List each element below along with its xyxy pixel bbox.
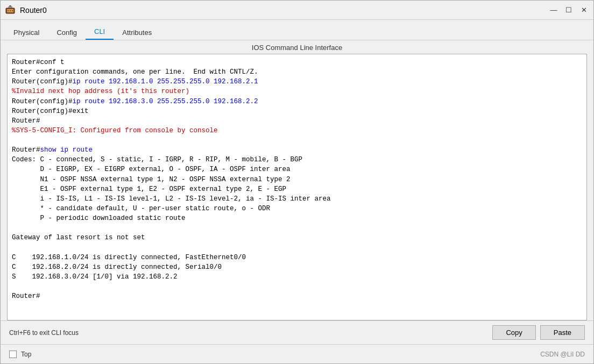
paste-button[interactable]: Paste	[540, 325, 585, 340]
cli-line: Router#	[12, 117, 40, 125]
cli-area: Router#conf t Enter configuration comman…	[7, 54, 587, 320]
tabs-bar: PhysicalConfigCLIAttributes	[1, 20, 593, 40]
svg-point-3	[10, 10, 11, 11]
top-label: Top	[21, 351, 31, 358]
watermark: CSDN @LiI DD	[540, 351, 585, 358]
titlebar: Router0 — ☐ ✕	[1, 1, 593, 20]
cli-line: Router(config)#ip route 192.168.1.0 255.…	[12, 78, 258, 85]
cli-line: S 192.168.3.0/24 [1/0] via 192.168.2.2	[12, 273, 178, 281]
cli-line: Codes: C - connected, S - static, I - IG…	[12, 156, 302, 163]
cli-line: Router#	[12, 292, 40, 300]
section-title: IOS Command Line Interface	[1, 40, 593, 54]
tab-attributes[interactable]: Attributes	[114, 25, 160, 40]
cli-line: D - EIGRP, EX - EIGRP external, O - OSPF…	[12, 166, 291, 173]
cli-line: C 192.168.1.0/24 is directly connected, …	[12, 254, 246, 261]
svg-rect-6	[9, 5, 11, 6]
svg-point-2	[8, 10, 9, 11]
cli-line: Router(config)#exit	[12, 108, 89, 115]
bottom-bar: Ctrl+F6 to exit CLI focus Copy Paste	[1, 320, 593, 344]
cli-line: %Invalid next hop address (it's this rou…	[12, 88, 189, 95]
cli-line: Enter configuration commands, one per li…	[12, 68, 258, 76]
tab-config[interactable]: Config	[48, 25, 86, 40]
cli-line: Router#conf t	[12, 59, 65, 66]
restore-button[interactable]: ☐	[563, 5, 574, 16]
footer-left: Top	[9, 351, 31, 358]
cli-line: P - periodic downloaded static route	[12, 215, 186, 222]
tab-physical[interactable]: Physical	[5, 25, 48, 40]
close-button[interactable]: ✕	[578, 5, 589, 16]
cli-line: Router(config)#ip route 192.168.3.0 255.…	[12, 98, 258, 105]
svg-rect-5	[8, 6, 12, 8]
cli-line: i - IS-IS, L1 - IS-IS level-1, L2 - IS-I…	[12, 195, 331, 203]
cli-line: E1 - OSPF external type 1, E2 - OSPF ext…	[12, 185, 286, 193]
cli-line: Router#show ip route	[12, 146, 93, 154]
cli-line: Gateway of last resort is not set	[12, 234, 145, 241]
main-window: Router0 — ☐ ✕ PhysicalConfigCLIAttribute…	[0, 0, 594, 364]
cli-line: %SYS-5-CONFIG_I: Configured from console…	[12, 127, 218, 134]
cli-hint: Ctrl+F6 to exit CLI focus	[9, 329, 488, 337]
copy-button[interactable]: Copy	[492, 325, 535, 340]
cli-output[interactable]: Router#conf t Enter configuration comman…	[8, 54, 586, 320]
cli-line: N1 - OSPF NSSA external type 1, N2 - OSP…	[12, 176, 291, 183]
top-checkbox[interactable]	[9, 351, 17, 358]
app-icon	[5, 5, 16, 16]
minimize-button[interactable]: —	[548, 5, 559, 16]
cli-line: C 192.168.2.0/24 is directly connected, …	[12, 263, 222, 271]
tab-cli[interactable]: CLI	[86, 24, 114, 40]
window-controls: — ☐ ✕	[548, 5, 589, 16]
cli-line: * - candidate default, U - per-user stat…	[12, 205, 270, 212]
footer-bar: Top CSDN @LiI DD	[1, 344, 593, 363]
svg-point-4	[12, 10, 13, 11]
window-title: Router0	[20, 6, 548, 15]
